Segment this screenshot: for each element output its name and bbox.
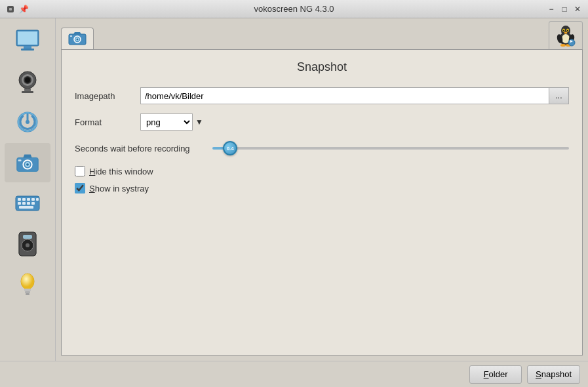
svg-point-47 (77, 39, 79, 41)
window-controls: − □ ✕ (546, 4, 583, 14)
svg-point-37 (26, 243, 29, 247)
keyboard-icon (14, 190, 41, 216)
sidebar-item-webcam[interactable] (5, 62, 50, 101)
svg-rect-30 (31, 202, 35, 205)
svg-rect-27 (18, 202, 21, 205)
svg-rect-11 (22, 91, 33, 93)
snapshot-button[interactable]: Snapshot (527, 365, 580, 384)
bulb-icon (14, 272, 41, 298)
hide-window-label[interactable]: Hide this window (89, 167, 153, 176)
svg-rect-3 (18, 31, 37, 45)
titlebar: 📌 vokoscreen NG 4.3.0 − □ ✕ (0, 0, 588, 18)
svg-rect-24 (27, 198, 30, 201)
format-arrow: ▼ (195, 117, 203, 127)
minimize-button[interactable]: − (546, 4, 557, 14)
app-title: vokoscreen NG 4.3.0 (0, 4, 588, 14)
imagepath-label: Imagepath (75, 91, 140, 101)
sidebar (0, 18, 56, 361)
show-systray-label[interactable]: Show in systray (89, 184, 149, 194)
svg-rect-43 (26, 293, 29, 295)
maximize-button[interactable]: □ (559, 4, 570, 14)
panel-title: Snapshot (75, 60, 569, 74)
svg-point-14 (26, 120, 29, 124)
svg-point-9 (25, 77, 30, 83)
svg-rect-1 (9, 8, 12, 10)
svg-point-61 (568, 39, 575, 46)
sidebar-item-screen[interactable] (5, 21, 50, 60)
svg-rect-41 (24, 289, 31, 291)
show-systray-checkbox[interactable] (75, 183, 85, 194)
slider-label: Seconds wait before recording (75, 144, 212, 153)
sidebar-item-media[interactable] (5, 224, 50, 264)
imagepath-row: Imagepath ... (75, 87, 569, 104)
svg-rect-48 (70, 35, 72, 37)
slider-row: Seconds wait before recording 0.4 (75, 140, 569, 157)
monitor-icon (14, 28, 41, 54)
slider-track: 0.4 (212, 147, 569, 150)
svg-rect-23 (22, 198, 26, 201)
svg-rect-28 (22, 202, 26, 205)
svg-point-56 (564, 32, 568, 34)
sidebar-item-snapshot[interactable] (5, 143, 50, 182)
svg-rect-26 (36, 198, 39, 201)
power-icon (14, 109, 41, 135)
tab-linux[interactable] (549, 21, 583, 49)
format-row: Format png jpg bmp ▼ (75, 113, 569, 131)
svg-rect-42 (25, 291, 30, 293)
svg-point-54 (563, 30, 564, 31)
slider-value: 0.4 (227, 146, 234, 152)
format-select[interactable]: png jpg bmp (140, 113, 193, 131)
format-label: Format (75, 117, 140, 127)
tab-snapshot[interactable] (61, 28, 94, 49)
browse-button[interactable]: ... (549, 87, 569, 104)
webcam-icon (14, 68, 41, 94)
svg-rect-20 (18, 159, 22, 161)
sidebar-item-tips[interactable] (5, 265, 50, 304)
svg-point-55 (567, 30, 568, 31)
sidebar-item-pause[interactable] (5, 102, 50, 142)
hide-window-row: Hide this window (75, 166, 569, 176)
svg-rect-4 (24, 46, 31, 49)
sidebar-item-keyboard[interactable] (5, 184, 50, 223)
svg-rect-29 (27, 202, 30, 205)
imagepath-input[interactable] (140, 87, 549, 104)
show-systray-row: Show in systray (75, 183, 569, 194)
svg-rect-10 (24, 89, 31, 91)
svg-point-19 (26, 163, 29, 166)
bottom-bar: Folder Snapshot (0, 361, 588, 387)
main-layout: Snapshot Imagepath ... Format png jpg bm… (0, 18, 588, 361)
tab-bar (56, 18, 588, 49)
hide-window-checkbox[interactable] (75, 166, 85, 176)
folder-button[interactable]: Folder (469, 365, 522, 384)
titlebar-left: 📌 (5, 4, 29, 14)
svg-rect-31 (19, 206, 33, 209)
content-area: Snapshot Imagepath ... Format png jpg bm… (56, 18, 588, 361)
svg-rect-5 (21, 49, 34, 51)
slider-thumb[interactable]: 0.4 (223, 141, 237, 155)
media-icon (14, 231, 41, 257)
camera-icon (14, 150, 41, 176)
svg-point-57 (560, 44, 566, 47)
svg-rect-25 (31, 198, 35, 201)
pin-icon[interactable]: 📌 (18, 4, 29, 14)
svg-rect-22 (18, 198, 21, 201)
app-icon (5, 4, 16, 14)
svg-rect-38 (23, 235, 32, 239)
slider-container: 0.4 (212, 140, 569, 157)
main-panel: Snapshot Imagepath ... Format png jpg bm… (61, 49, 583, 356)
close-button[interactable]: ✕ (572, 4, 583, 14)
svg-point-40 (21, 274, 34, 289)
